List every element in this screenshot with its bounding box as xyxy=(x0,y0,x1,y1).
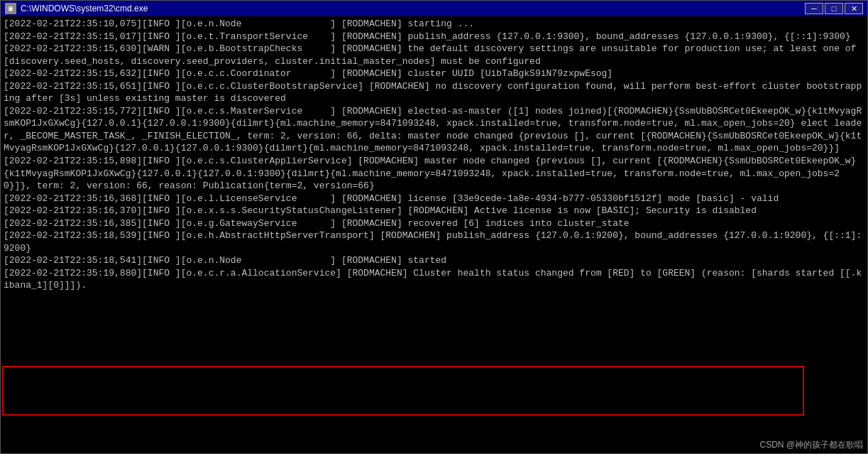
terminal-line: [2022-02-21T22:35:15,772][INFO ][o.e.c.s… xyxy=(4,105,864,155)
maximize-button[interactable]: □ xyxy=(825,3,843,14)
title-bar-left: ▣ C:\WINDOWS\system32\cmd.exe xyxy=(5,3,148,14)
cmd-icon: ▣ xyxy=(5,3,16,14)
terminal-line: [2022-02-21T22:35:15,651][INFO ][o.e.c.c… xyxy=(4,80,864,105)
terminal-line: [2022-02-21T22:35:19,880][INFO ][o.e.c.r… xyxy=(4,267,864,292)
title-bar: ▣ C:\WINDOWS\system32\cmd.exe ─ □ ✕ xyxy=(1,1,867,16)
window-title: C:\WINDOWS\system32\cmd.exe xyxy=(21,4,148,13)
terminal-line: [2022-02-21T22:35:16,368][INFO ][o.e.l.L… xyxy=(4,193,864,205)
terminal-lines: [2022-02-21T22:35:10,075][INFO ][o.e.n.N… xyxy=(4,18,864,292)
terminal-line: [2022-02-21T22:35:18,541][INFO ][o.e.n.N… xyxy=(4,254,864,267)
close-button[interactable]: ✕ xyxy=(845,3,863,14)
terminal-line: [2022-02-21T22:35:16,385][INFO ][o.e.g.G… xyxy=(4,217,864,230)
terminal-line: [2022-02-21T22:35:15,898][INFO ][o.e.c.s… xyxy=(4,155,864,193)
minimize-button[interactable]: ─ xyxy=(805,3,823,14)
terminal-line: [2022-02-21T22:35:16,370][INFO ][o.e.x.s… xyxy=(4,205,864,217)
highlight-box-1 xyxy=(2,366,804,416)
terminal-line: [2022-02-21T22:35:15,632][INFO ][o.e.c.c… xyxy=(4,67,864,80)
watermark: CSDN @神的孩子都在歌唱 xyxy=(759,439,863,450)
terminal-line: [2022-02-21T22:35:18,539][INFO ][o.e.h.A… xyxy=(4,229,864,254)
terminal-body: [2022-02-21T22:35:10,075][INFO ][o.e.n.N… xyxy=(1,16,867,453)
terminal-line: [2022-02-21T22:35:15,630][WARN ][o.e.b.B… xyxy=(4,43,864,67)
terminal-line: [2022-02-21T22:35:15,017][INFO ][o.e.t.T… xyxy=(4,31,864,43)
cmd-window: ▣ C:\WINDOWS\system32\cmd.exe ─ □ ✕ [202… xyxy=(0,0,868,454)
title-bar-controls: ─ □ ✕ xyxy=(805,3,863,14)
terminal-line: [2022-02-21T22:35:10,075][INFO ][o.e.n.N… xyxy=(4,18,864,31)
